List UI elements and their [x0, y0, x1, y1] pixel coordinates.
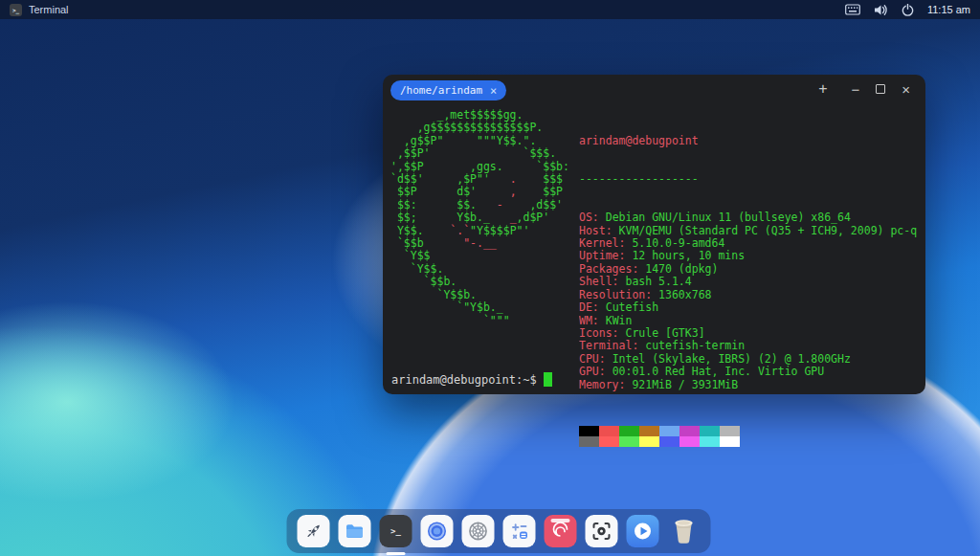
terminal-cursor: [544, 372, 552, 387]
volume-icon[interactable]: [874, 4, 888, 16]
neofetch-info: arindam@debugpoint ------------------ OS…: [579, 109, 918, 473]
desktop-wallpaper: >_ Terminal 11:15 am /home/arindam × +: [0, 0, 980, 556]
prompt-text: arindam@debugpoint:~$: [391, 373, 537, 387]
active-app: >_ Terminal: [10, 4, 69, 16]
neofetch-field: Packages: 1470 (dpkg): [579, 263, 918, 276]
folder-icon: [339, 515, 371, 547]
browser-icon: [421, 515, 454, 547]
video-player-icon: [627, 515, 659, 547]
neofetch-field: Terminal: cutefish-termin: [579, 340, 918, 352]
terminal-content[interactable]: _,met$$$$$gg. ,g$$$$$$$$$$$$$$$P. ,g$$P"…: [383, 105, 925, 473]
minimize-button[interactable]: −: [851, 82, 859, 97]
dock-item-trash[interactable]: [668, 515, 701, 547]
terminal-color-palette: [579, 426, 918, 447]
neofetch-field: Resolution: 1360x768: [579, 289, 918, 301]
maximize-button[interactable]: [876, 84, 885, 94]
dock-item-launcher[interactable]: [298, 515, 330, 547]
neofetch-field: DE: Cutefish: [579, 301, 918, 314]
neofetch-field: OS: Debian GNU/Linux 11 (bullseye) x86_6…: [579, 211, 918, 224]
shell-prompt[interactable]: arindam@debugpoint:~$: [391, 372, 552, 387]
terminal-window: /home/arindam × + − × _,met$$$$$gg. ,g$$…: [383, 75, 925, 394]
dock-item-browser[interactable]: [421, 515, 454, 547]
new-tab-button[interactable]: +: [818, 81, 827, 97]
neofetch-user-host: arindam@debugpoint: [579, 135, 918, 147]
neofetch-separator: ------------------: [579, 173, 918, 186]
dock-item-terminal[interactable]: >_: [380, 515, 412, 547]
window-titlebar[interactable]: /home/arindam × + − ×: [383, 75, 925, 105]
close-button[interactable]: ×: [902, 82, 910, 97]
dock-item-file-manager[interactable]: [339, 515, 371, 547]
clock[interactable]: 11:15 am: [927, 4, 970, 15]
terminal-tab[interactable]: /home/arindam ×: [390, 80, 506, 100]
tab-close-icon[interactable]: ×: [490, 85, 497, 97]
calculator-icon: [503, 515, 536, 547]
dock-item-debian-installer[interactable]: [545, 515, 577, 547]
settings-wheel-icon: [462, 515, 495, 547]
neofetch-field: Icons: Crule [GTK3]: [579, 327, 918, 340]
screenshot-icon: [586, 515, 618, 547]
active-app-title: Terminal: [29, 4, 69, 15]
dock-item-video-player[interactable]: [627, 515, 659, 547]
trash-icon: [668, 515, 701, 547]
launcher-icon: [298, 515, 330, 547]
running-indicator: [387, 552, 406, 555]
neofetch-field: WM: KWin: [579, 315, 918, 327]
neofetch-field: Memory: 921MiB / 3931MiB: [579, 379, 918, 391]
neofetch-field: Kernel: 5.10.0-9-amd64: [579, 237, 918, 250]
neofetch-field: Shell: bash 5.1.4: [579, 276, 918, 288]
neofetch-field: GPU: 00:01.0 Red Hat, Inc. Virtio GPU: [579, 366, 918, 378]
dock-item-calculator[interactable]: [503, 515, 536, 547]
keyboard-icon[interactable]: [845, 4, 860, 15]
dock-item-settings[interactable]: [462, 515, 495, 547]
neofetch-field: Host: KVM/QEMU (Standard PC (Q35 + ICH9,…: [579, 225, 918, 237]
neofetch-field: Uptime: 12 hours, 10 mins: [579, 250, 918, 262]
terminal-app-icon: >_: [10, 4, 22, 16]
top-bar: >_ Terminal 11:15 am: [0, 0, 980, 19]
debian-spiral-icon: [545, 515, 577, 547]
power-icon[interactable]: [902, 4, 914, 16]
terminal-icon: >_: [380, 515, 412, 547]
tab-label: /home/arindam: [400, 84, 482, 97]
neofetch-field: CPU: Intel (Skylake, IBRS) (2) @ 1.800GH…: [579, 353, 918, 366]
dock-item-screenshot[interactable]: [586, 515, 618, 547]
dock: >_: [287, 509, 711, 553]
debian-ascii-logo: _,met$$$$$gg. ,g$$$$$$$$$$$$$$$P. ,g$$P"…: [390, 109, 579, 473]
neofetch-fields: OS: Debian GNU/Linux 11 (bullseye) x86_6…: [579, 211, 918, 391]
